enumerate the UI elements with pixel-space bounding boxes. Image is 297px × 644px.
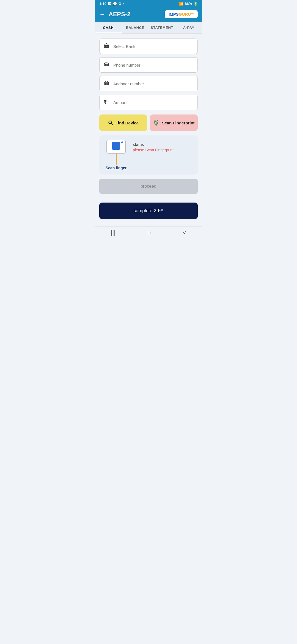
page-title: AEPS-2 xyxy=(109,11,130,18)
status-dot: • xyxy=(123,2,124,6)
tab-apay[interactable]: A-PAY xyxy=(175,22,202,33)
scanner-label: Scan finger xyxy=(106,166,127,170)
amount-field[interactable]: ₹ xyxy=(99,95,198,110)
scanner-status: status please Scan Fingerprint xyxy=(133,140,174,152)
find-device-button[interactable]: Find Device xyxy=(99,114,147,131)
proceed-button[interactable]: proceed xyxy=(99,179,198,194)
wifi-icon: 📶 xyxy=(179,2,183,6)
scanner-device xyxy=(106,140,126,154)
logo-guru: GURU xyxy=(179,12,191,17)
search-icon xyxy=(108,120,113,125)
nav-bar: ||| ○ < xyxy=(95,226,202,241)
status-g-icon: G xyxy=(119,2,121,6)
logo-badge: IMPS GURU ™ xyxy=(165,10,198,18)
find-device-label: Find Device xyxy=(116,121,139,125)
status-left: 1:10 🖼 💬 G • xyxy=(99,2,124,6)
header-left: ← AEPS-2 xyxy=(99,11,130,18)
battery-icon: 🔋 xyxy=(193,2,198,6)
battery-text: 86% xyxy=(185,2,192,6)
status-message-icon: 💬 xyxy=(113,2,117,6)
logo-imps: IMPS xyxy=(169,12,179,17)
fingerprint-icon xyxy=(153,119,160,126)
status-bar: 1:10 🖼 💬 G • 📶 86% 🔋 xyxy=(95,0,202,7)
nav-back-icon[interactable]: < xyxy=(183,229,186,236)
scan-fingerprint-button[interactable]: Scan Fingerprint xyxy=(150,114,198,131)
rupee-icon: ₹ xyxy=(103,99,110,105)
main-content: ₹ Find Device Scan Fingerprint xyxy=(95,34,202,226)
tab-balance[interactable]: BALANCE xyxy=(122,22,149,33)
scanner-blue-block xyxy=(112,142,120,150)
scanner-visual: Scan finger xyxy=(104,140,128,170)
phone-field[interactable] xyxy=(99,57,198,73)
phone-bank-icon xyxy=(103,61,110,69)
status-message: please Scan Fingerprint xyxy=(133,148,174,152)
scanner-section: Scan finger status please Scan Fingerpri… xyxy=(99,135,198,174)
aadhaar-field[interactable] xyxy=(99,76,198,91)
back-button[interactable]: ← xyxy=(99,11,105,18)
nav-home-icon[interactable]: ○ xyxy=(147,229,151,236)
status-title: status xyxy=(133,142,174,147)
select-bank-input[interactable] xyxy=(113,44,194,49)
svg-line-1 xyxy=(111,124,112,125)
amount-input[interactable] xyxy=(113,100,194,105)
action-buttons-row: Find Device Scan Fingerprint xyxy=(99,114,198,131)
tabs-bar: CASH BALANCE STATEMENT A-PAY xyxy=(95,22,202,34)
nav-menu-icon[interactable]: ||| xyxy=(111,229,116,236)
bank-icon xyxy=(103,43,110,50)
complete-2fa-button[interactable]: complete 2-FA xyxy=(99,203,198,219)
status-photo-icon: 🖼 xyxy=(108,2,111,6)
select-bank-field[interactable] xyxy=(99,39,198,54)
scan-fingerprint-label: Scan Fingerprint xyxy=(162,121,194,125)
status-time: 1:10 xyxy=(99,2,106,6)
tab-statement[interactable]: STATEMENT xyxy=(148,22,175,33)
scanner-dot xyxy=(121,141,123,143)
phone-input[interactable] xyxy=(113,63,194,67)
aadhaar-bank-icon xyxy=(103,80,110,88)
scanner-pole xyxy=(116,154,117,165)
tab-cash[interactable]: CASH xyxy=(95,22,122,33)
status-right: 📶 86% 🔋 xyxy=(179,2,198,6)
header: ← AEPS-2 IMPS GURU ™ xyxy=(95,7,202,22)
aadhaar-input[interactable] xyxy=(113,81,194,86)
